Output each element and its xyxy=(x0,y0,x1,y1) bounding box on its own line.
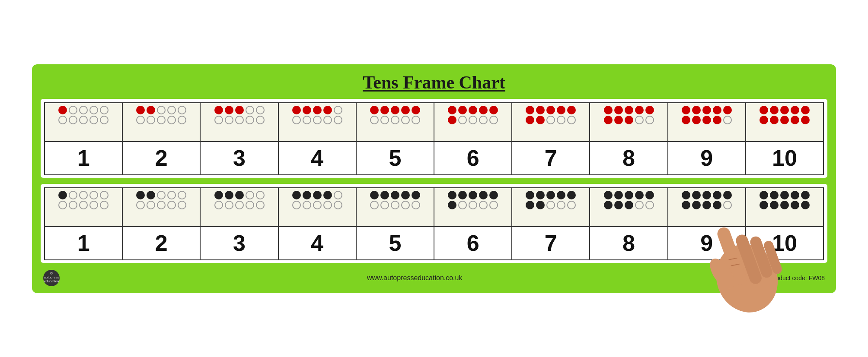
dot xyxy=(380,191,389,199)
red-frames-row: 12345678910 xyxy=(44,102,824,175)
dot xyxy=(682,106,690,114)
dot xyxy=(780,191,789,199)
dot xyxy=(448,191,456,199)
frame-number: 4 xyxy=(279,227,356,259)
dot xyxy=(546,106,555,114)
dot xyxy=(69,116,77,124)
dot xyxy=(801,191,810,199)
chart-outer: Tens Frame Chart 12345678910 12345678910… xyxy=(32,64,836,293)
frame-number: 6 xyxy=(434,142,511,174)
dot xyxy=(557,201,565,209)
dot xyxy=(235,106,244,114)
dot xyxy=(225,106,233,114)
frame-cell: 3 xyxy=(201,103,278,174)
dot xyxy=(58,106,67,114)
dot xyxy=(157,106,166,114)
dot xyxy=(412,106,420,114)
dot xyxy=(167,201,176,209)
dot xyxy=(58,201,67,209)
frame-cell: 8 xyxy=(590,103,668,174)
dot xyxy=(334,116,342,124)
dot xyxy=(147,116,155,124)
dot xyxy=(567,106,576,114)
dot xyxy=(604,106,613,114)
dot xyxy=(412,201,420,209)
dots-area xyxy=(590,103,667,142)
dot xyxy=(147,201,155,209)
dot xyxy=(557,191,565,199)
chart-footer: ©autopresseducation www.autopresseducati… xyxy=(41,269,827,287)
frame-number: 8 xyxy=(590,142,667,174)
dot xyxy=(323,201,332,209)
dot xyxy=(469,116,477,124)
dot xyxy=(225,116,233,124)
dot xyxy=(167,106,176,114)
dot xyxy=(370,201,379,209)
chart-title: Tens Frame Chart xyxy=(41,72,827,93)
dot xyxy=(136,191,145,199)
frame-number: 10 xyxy=(746,227,823,259)
dot xyxy=(214,201,223,209)
dot xyxy=(412,116,420,124)
dot xyxy=(760,106,768,114)
dot xyxy=(604,116,613,124)
dot xyxy=(303,201,311,209)
frame-cell: 3 xyxy=(201,188,278,259)
dot xyxy=(682,116,690,124)
dots-area xyxy=(434,188,511,227)
dot xyxy=(214,106,223,114)
dot xyxy=(723,116,732,124)
dot xyxy=(69,106,77,114)
dot xyxy=(323,191,332,199)
dot xyxy=(380,201,389,209)
dot xyxy=(625,106,633,114)
dot xyxy=(313,106,322,114)
dot xyxy=(546,201,555,209)
dot xyxy=(256,116,265,124)
frame-number: 7 xyxy=(512,227,589,259)
dots-area xyxy=(357,188,434,227)
dot xyxy=(801,116,810,124)
black-chart-inner: 12345678910 xyxy=(41,184,827,263)
dot xyxy=(702,201,711,209)
dot xyxy=(235,116,244,124)
dot xyxy=(770,116,779,124)
dot xyxy=(79,116,88,124)
dot xyxy=(625,201,633,209)
dot xyxy=(303,191,311,199)
dot xyxy=(469,106,477,114)
dot xyxy=(58,191,67,199)
dot xyxy=(334,201,342,209)
dot xyxy=(567,116,576,124)
dot xyxy=(557,106,565,114)
dots-area xyxy=(357,103,434,142)
dot xyxy=(292,116,301,124)
dots-area xyxy=(45,103,122,142)
dot xyxy=(692,106,701,114)
dot xyxy=(702,106,711,114)
frame-cell: 10 xyxy=(746,188,823,259)
frame-cell: 1 xyxy=(45,103,123,174)
dot xyxy=(635,106,644,114)
dots-area xyxy=(590,188,667,227)
frame-cell: 7 xyxy=(512,103,590,174)
dot xyxy=(401,116,410,124)
dot xyxy=(489,201,498,209)
frame-cell: 2 xyxy=(123,188,201,259)
dot xyxy=(635,191,644,199)
frame-number: 3 xyxy=(201,142,278,174)
dot xyxy=(536,191,545,199)
frame-cell: 4 xyxy=(279,103,357,174)
dot xyxy=(645,191,654,199)
dot xyxy=(334,191,342,199)
frame-cell: 2 xyxy=(123,103,201,174)
dot xyxy=(625,116,633,124)
dots-area xyxy=(668,103,745,142)
red-chart-inner: 12345678910 xyxy=(41,99,827,178)
dot xyxy=(479,191,488,199)
dot xyxy=(303,106,311,114)
dot xyxy=(246,106,254,114)
dot xyxy=(136,116,145,124)
frame-cell: 6 xyxy=(434,188,512,259)
dot xyxy=(178,116,186,124)
